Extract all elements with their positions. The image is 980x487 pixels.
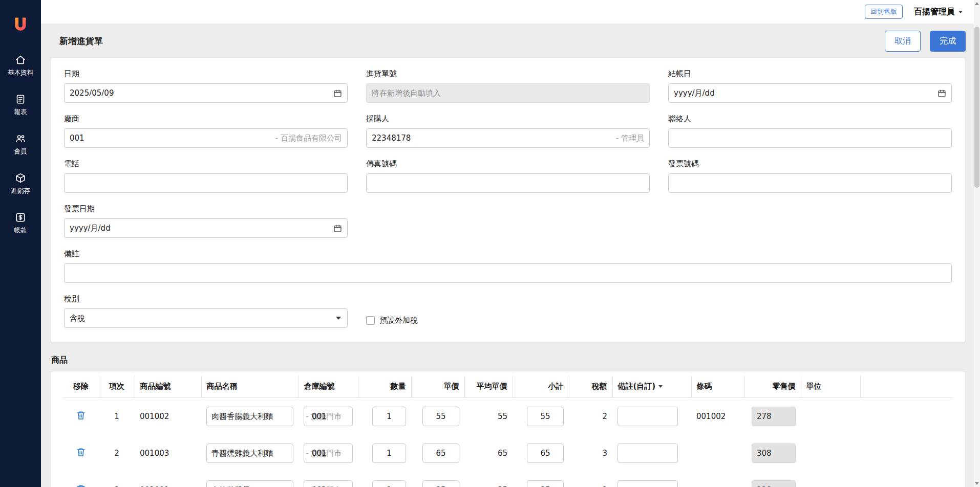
note-column-dropdown-icon[interactable] xyxy=(658,385,663,388)
purchaser-input[interactable]: 22348178 - 管理員 xyxy=(366,128,650,148)
row-note-input[interactable] xyxy=(617,444,678,463)
field-order-no: 進貨單號 xyxy=(366,69,650,103)
row-note-input[interactable] xyxy=(617,407,678,426)
col-retail-price: 零售價 xyxy=(744,375,801,398)
main-area: 回到舊版 百揚管理員 新增進貨單 取消 完成 日期 xyxy=(41,0,980,487)
sidebar-item-inventory[interactable]: 進銷存 xyxy=(11,172,30,195)
warehouse-value: 001 xyxy=(312,412,327,421)
user-menu[interactable]: 百揚管理員 xyxy=(914,7,963,17)
unit xyxy=(801,435,860,472)
table-header-row: 移除 項次 商品編號 商品名稱 倉庫編號 數量 單價 平均單價 小計 稅額 xyxy=(63,375,953,398)
note-input[interactable] xyxy=(64,263,952,283)
tax-amount: 3 xyxy=(569,435,612,472)
sidebar-item-label: 基本資料 xyxy=(8,69,33,77)
header-actions: 取消 完成 xyxy=(885,31,966,52)
col-subtotal: 小計 xyxy=(513,375,569,398)
sidebar-item-billing[interactable]: 帳款 xyxy=(14,212,27,235)
subtotal-input[interactable] xyxy=(527,407,564,426)
purchaser-label: 採購人 xyxy=(366,114,650,124)
back-to-old-version-button[interactable]: 回到舊版 xyxy=(865,5,903,19)
field-date: 日期 2025/05/09 xyxy=(64,69,348,103)
delete-row-icon[interactable] xyxy=(76,484,86,487)
page-header: 新增進貨單 取消 完成 xyxy=(50,30,966,52)
done-button[interactable]: 完成 xyxy=(930,31,966,52)
col-index: 項次 xyxy=(99,375,135,398)
members-icon xyxy=(15,133,26,144)
products-table-card: 移除 項次 商品編號 商品名稱 倉庫編號 數量 單價 平均單價 小計 稅額 xyxy=(50,371,966,487)
col-note-custom[interactable]: 備註(自訂) xyxy=(612,375,691,398)
vertical-scrollbar[interactable] xyxy=(974,0,980,487)
sidebar-item-label: 進銷存 xyxy=(11,187,30,195)
qty-input[interactable] xyxy=(372,480,406,487)
scroll-down-icon[interactable] xyxy=(975,482,979,485)
avg-unit-price: 35 xyxy=(464,472,513,487)
warehouse-value: 001 xyxy=(312,449,327,458)
tax-type-select[interactable]: 含稅 xyxy=(64,308,348,328)
calendar-icon[interactable] xyxy=(938,89,946,98)
vendor-input[interactable]: 001 - 百揚食品有限公司 xyxy=(64,128,348,148)
warehouse-input[interactable]: - 旗艦門市 001 xyxy=(304,407,353,426)
scroll-up-icon[interactable] xyxy=(975,2,979,5)
product-name-input[interactable] xyxy=(206,407,293,426)
fax-label: 傳真號碼 xyxy=(366,159,650,169)
vendor-name-suffix: - 百揚食品有限公司 xyxy=(275,134,342,143)
unit-price-input[interactable] xyxy=(422,407,459,426)
warehouse-input[interactable]: - 旗艦門市 001 xyxy=(304,480,353,487)
qty-input[interactable] xyxy=(372,407,406,426)
calendar-icon[interactable] xyxy=(333,89,342,98)
page-title: 新增進貨單 xyxy=(59,35,103,47)
delete-row-icon[interactable] xyxy=(76,410,86,420)
products-section-title: 商品 xyxy=(51,355,966,366)
scrollbar-thumb[interactable] xyxy=(974,27,979,188)
product-name-input[interactable] xyxy=(206,480,293,487)
col-qty: 數量 xyxy=(358,375,411,398)
row-note-input[interactable] xyxy=(617,480,678,487)
tax-amount: 2 xyxy=(569,398,612,435)
qty-input[interactable] xyxy=(372,444,406,463)
tax-type-label: 稅別 xyxy=(64,294,348,304)
sidebar-item-basic-data[interactable]: 基本資料 xyxy=(8,54,33,77)
row-index: 2 xyxy=(99,435,135,472)
table-row: 1 001002 - 旗艦門市 001 55 xyxy=(63,398,953,435)
table-row: 2 001003 - 旗艦門市 001 65 xyxy=(63,435,953,472)
closing-date-input[interactable]: yyyy/月/dd xyxy=(668,83,952,103)
cancel-button[interactable]: 取消 xyxy=(885,31,921,52)
barcode: 001002 xyxy=(691,398,744,435)
chevron-down-icon xyxy=(958,11,963,13)
home-icon xyxy=(15,54,26,65)
invoice-date-label: 發票日期 xyxy=(64,204,348,214)
col-spacer xyxy=(860,375,953,398)
row-index: 3 xyxy=(99,472,135,487)
box-icon xyxy=(15,172,26,184)
field-purchaser: 採購人 22348178 - 管理員 xyxy=(366,114,650,148)
page-content: 新增進貨單 取消 完成 日期 2025/05/09 xyxy=(41,24,980,487)
date-input[interactable]: 2025/05/09 xyxy=(64,83,348,103)
sidebar-item-members[interactable]: 會員 xyxy=(14,133,27,156)
phone-input[interactable] xyxy=(64,173,348,193)
field-closing-date: 結帳日 yyyy/月/dd xyxy=(668,69,952,103)
col-barcode: 條碼 xyxy=(691,375,744,398)
subtotal-input[interactable] xyxy=(527,444,564,463)
app-window: 基本資料 報表 會員 進銷存 帳款 xyxy=(0,0,980,487)
field-contact: 聯絡人 xyxy=(668,114,952,148)
invoice-no-input[interactable] xyxy=(668,173,952,193)
invoice-date-input[interactable]: yyyy/月/dd xyxy=(64,218,348,238)
subtotal-input[interactable] xyxy=(527,480,564,487)
warehouse-input[interactable]: - 旗艦門市 001 xyxy=(304,444,353,463)
col-tax: 稅額 xyxy=(569,375,612,398)
product-name-input[interactable] xyxy=(206,444,293,463)
calendar-icon[interactable] xyxy=(333,224,342,233)
col-remove: 移除 xyxy=(63,375,99,398)
sidebar-item-reports[interactable]: 報表 xyxy=(14,94,27,117)
field-phone: 電話 xyxy=(64,159,348,193)
extra-tax-checkbox-field[interactable]: 預設外加稅 xyxy=(366,294,650,328)
contact-label: 聯絡人 xyxy=(668,114,952,124)
delete-row-icon[interactable] xyxy=(76,447,86,457)
fax-input[interactable] xyxy=(366,173,650,193)
unit-price-input[interactable] xyxy=(422,480,459,487)
brand-logo[interactable] xyxy=(11,15,30,36)
date-label: 日期 xyxy=(64,69,348,79)
unit-price-input[interactable] xyxy=(422,444,459,463)
sidebar-item-label: 報表 xyxy=(14,108,27,117)
contact-input[interactable] xyxy=(668,128,952,148)
